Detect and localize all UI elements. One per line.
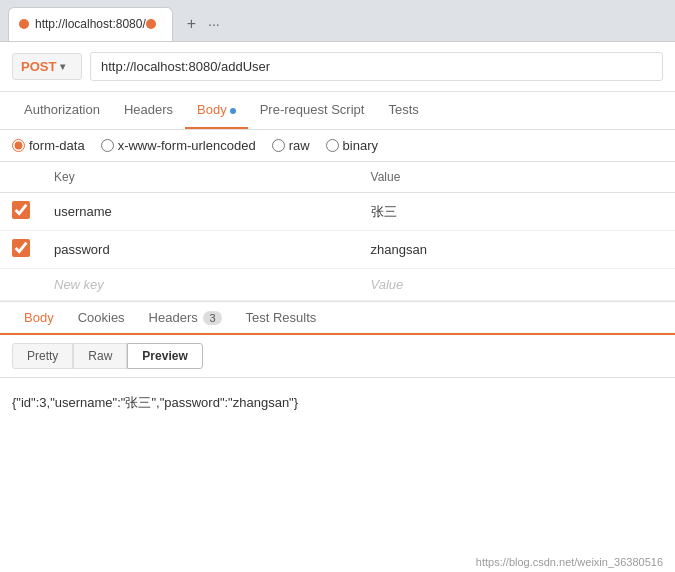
radio-binary-input[interactable] (326, 139, 339, 152)
tab-authorization[interactable]: Authorization (12, 92, 112, 129)
tab-dot (146, 19, 156, 29)
table-row: username 张三 (0, 193, 675, 231)
add-tab-button[interactable]: + (181, 11, 202, 37)
footer-url[interactable]: https://blog.csdn.net/weixin_36380516 (476, 556, 663, 568)
row2-key[interactable]: password (42, 231, 359, 269)
table-header-checkbox-col (0, 162, 42, 193)
row1-value[interactable]: 张三 (359, 193, 675, 231)
radio-binary[interactable]: binary (326, 138, 378, 153)
row1-key[interactable]: username (42, 193, 359, 231)
radio-urlencoded[interactable]: x-www-form-urlencoded (101, 138, 256, 153)
url-input[interactable] (90, 52, 663, 81)
table-header-key: Key (42, 162, 359, 193)
raw-button[interactable]: Raw (73, 343, 127, 369)
method-select[interactable]: POST ▾ (12, 53, 82, 80)
radio-raw[interactable]: raw (272, 138, 310, 153)
method-label: POST (21, 59, 56, 74)
method-arrow-icon: ▾ (60, 61, 65, 72)
tab-body[interactable]: Body (185, 92, 248, 129)
tab-headers[interactable]: Headers (112, 92, 185, 129)
new-key-placeholder: New key (54, 277, 104, 292)
body-dot (230, 108, 236, 114)
response-content: {"id":3,"username":"张三","password":"zhan… (12, 395, 298, 410)
footer: https://blog.csdn.net/weixin_36380516 (464, 552, 675, 572)
table-row: password zhangsan (0, 231, 675, 269)
response-tab-body[interactable]: Body (12, 302, 66, 335)
request-nav-tabs: Authorization Headers Body Pre-request S… (0, 92, 675, 130)
new-value-placeholder: Value (371, 277, 404, 292)
browser-tab-bar: http://localhost:8080/ + ··· (0, 0, 675, 42)
response-tab-headers[interactable]: Headers 3 (137, 302, 234, 333)
browser-tab[interactable]: http://localhost:8080/ (8, 7, 173, 41)
new-value-cell[interactable]: Value (359, 269, 675, 301)
response-tab-cookies[interactable]: Cookies (66, 302, 137, 333)
table-header-value: Value (359, 162, 675, 193)
response-nav-tabs: Body Cookies Headers 3 Test Results (0, 301, 675, 335)
body-options: form-data x-www-form-urlencoded raw bina… (0, 130, 675, 162)
request-bar: POST ▾ (0, 42, 675, 92)
form-data-table: Key Value username 张三 password zhangsan … (0, 162, 675, 301)
radio-form-data-input[interactable] (12, 139, 25, 152)
row1-checkbox[interactable] (12, 201, 30, 219)
headers-badge: 3 (203, 311, 221, 325)
radio-raw-input[interactable] (272, 139, 285, 152)
pretty-button[interactable]: Pretty (12, 343, 73, 369)
row2-checkbox[interactable] (12, 239, 30, 257)
radio-urlencoded-input[interactable] (101, 139, 114, 152)
preview-button[interactable]: Preview (127, 343, 202, 369)
response-tab-test-results[interactable]: Test Results (234, 302, 329, 333)
more-tabs-button[interactable]: ··· (202, 12, 226, 36)
new-key-cell[interactable]: New key (42, 269, 359, 301)
tab-prerequest[interactable]: Pre-request Script (248, 92, 377, 129)
radio-form-data[interactable]: form-data (12, 138, 85, 153)
new-row-checkbox-cell (0, 269, 42, 301)
tab-title: http://localhost:8080/ (35, 17, 146, 31)
tab-tests[interactable]: Tests (376, 92, 430, 129)
row2-value[interactable]: zhangsan (359, 231, 675, 269)
tab-favicon (19, 19, 29, 29)
row2-checkbox-cell (0, 231, 42, 269)
view-buttons-group: Pretty Raw Preview (0, 335, 675, 378)
response-body: {"id":3,"username":"张三","password":"zhan… (0, 378, 675, 428)
new-row: New key Value (0, 269, 675, 301)
row1-checkbox-cell (0, 193, 42, 231)
